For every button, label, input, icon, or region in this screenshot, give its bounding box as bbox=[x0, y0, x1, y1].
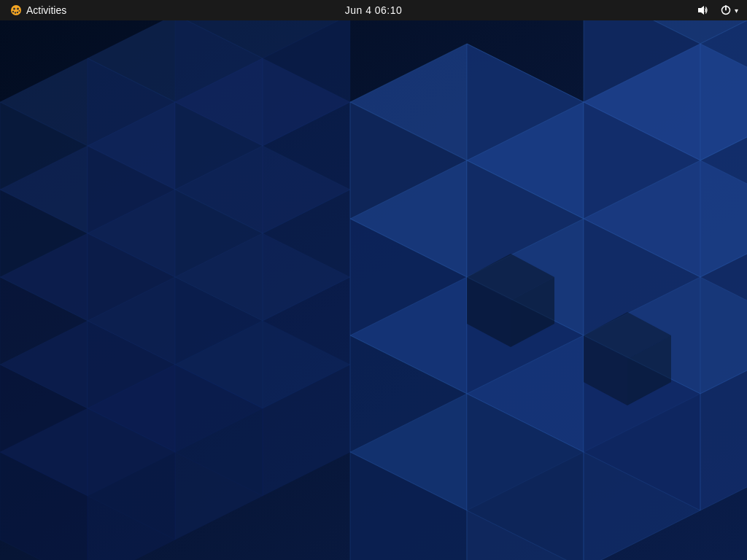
topbar-datetime[interactable]: Jun 4 06:10 bbox=[345, 4, 403, 16]
desktop-background bbox=[0, 0, 747, 560]
svg-point-94 bbox=[19, 10, 20, 12]
activities-button[interactable]: Activities bbox=[6, 3, 71, 18]
topbar-right: ▾ bbox=[694, 3, 741, 18]
system-menu[interactable]: ▾ bbox=[717, 3, 741, 18]
topbar: Activities Jun 4 06:10 ▾ bbox=[0, 0, 747, 20]
activities-label: Activities bbox=[26, 4, 66, 16]
topbar-left: Activities bbox=[6, 3, 71, 18]
svg-point-92 bbox=[15, 12, 16, 13]
svg-point-88 bbox=[11, 5, 21, 15]
desktop: Activities Jun 4 06:10 ▾ bbox=[0, 0, 747, 560]
svg-point-93 bbox=[17, 12, 18, 13]
gnome-logo-icon bbox=[10, 4, 22, 16]
svg-point-91 bbox=[12, 11, 14, 12]
svg-point-89 bbox=[13, 8, 15, 10]
svg-point-90 bbox=[17, 8, 19, 10]
volume-icon[interactable] bbox=[694, 3, 711, 18]
svg-marker-95 bbox=[698, 6, 704, 15]
chevron-down-icon: ▾ bbox=[735, 7, 738, 15]
